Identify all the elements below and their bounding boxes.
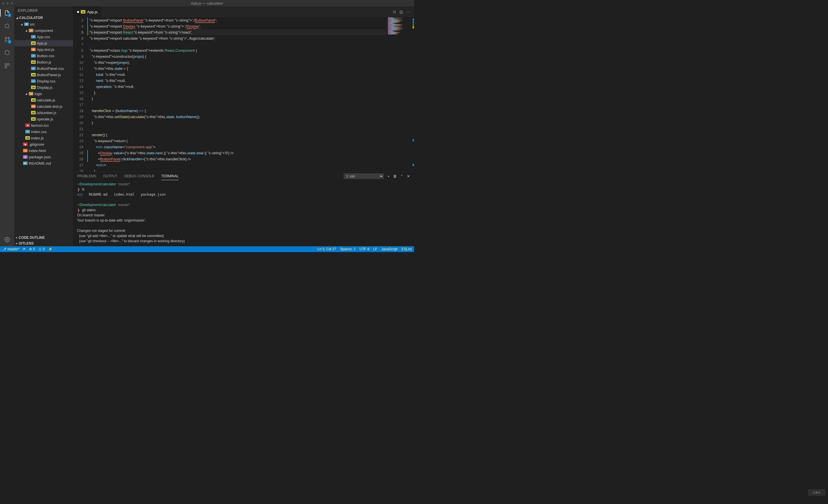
file-label: App.js — [37, 41, 47, 45]
file-item[interactable]: JSindex.js — [14, 135, 73, 141]
file-label: ButtonPanel.js — [37, 73, 61, 77]
close-window-button[interactable] — [2, 2, 4, 4]
status-sync[interactable]: ⟳ — [23, 247, 26, 251]
folder-icon: ▸ — [29, 29, 33, 32]
editor-body[interactable]: 3456789101112131415161718192021222324252… — [73, 17, 414, 172]
status-position[interactable]: Ln 5, Col 27 — [318, 247, 336, 251]
panel-tab-terminal[interactable]: TERMINAL — [161, 172, 179, 180]
file-item[interactable]: #App.css — [14, 34, 73, 40]
panel-tab-output[interactable]: OUTPUT — [103, 172, 117, 180]
folder-item[interactable]: ◢▸component — [14, 27, 73, 34]
sidebar-title: EXPLORER — [14, 6, 73, 15]
folder-item[interactable]: ◢▸logic — [14, 91, 73, 97]
status-eol[interactable]: LF — [373, 247, 377, 251]
settings-activity-icon[interactable] — [3, 236, 11, 243]
file-item[interactable]: JSButtonPanel.js — [14, 72, 73, 78]
extensions-activity-icon[interactable] — [3, 62, 11, 70]
outline-section[interactable]: ▸ CODE OUTLINE — [14, 235, 73, 240]
file-label: calculate.test.js — [37, 104, 63, 108]
split-editor-icon[interactable]: ▥ — [399, 9, 403, 14]
file-item[interactable]: JScalculate.js — [14, 97, 73, 103]
svg-rect-10 — [8, 64, 9, 65]
folder-item[interactable]: ◢⚛src — [14, 21, 73, 27]
file-item[interactable]: JSApp.test.js — [14, 46, 73, 53]
js-icon: JS — [31, 86, 36, 89]
file-item[interactable]: JSApp.js — [14, 40, 73, 46]
explorer-activity-icon[interactable]: 1 — [3, 9, 11, 17]
tab-label: App.js — [87, 10, 97, 14]
file-label: index.css — [31, 130, 47, 134]
file-label: Display.js — [37, 85, 53, 90]
file-item[interactable]: #Button.css — [14, 53, 73, 59]
status-language[interactable]: JavaScript — [381, 247, 398, 251]
file-label: isNumber.js — [37, 110, 56, 115]
gitlens-label: GITLENS — [19, 241, 34, 245]
svg-rect-11 — [5, 66, 7, 68]
file-label: src — [30, 22, 35, 27]
svg-line-1 — [8, 27, 9, 29]
project-header[interactable]: ◢ CALCULATOR — [14, 15, 73, 21]
status-branch[interactable]: ⎇ master* — [2, 247, 19, 251]
file-item[interactable]: ◆.gitignore — [14, 141, 73, 147]
file-item[interactable]: JSDisplay.js — [14, 84, 73, 91]
panel-tab-bar: PROBLEMS OUTPUT DEBUG CONSOLE TERMINAL 1… — [73, 172, 414, 180]
file-item[interactable]: JSisNumber.js — [14, 109, 73, 116]
js-icon: JS — [31, 73, 36, 77]
minimize-window-button[interactable] — [7, 2, 9, 4]
file-item[interactable]: #ButtonPanel.css — [14, 65, 73, 72]
overview-ruler[interactable] — [412, 17, 414, 172]
file-item[interactable]: #Display.css — [14, 78, 73, 84]
svg-line-7 — [5, 51, 6, 51]
status-action[interactable]: ⚡ — [48, 247, 53, 251]
file-tree: ◢⚛src◢▸component#App.cssJSApp.jsJSApp.te… — [14, 21, 73, 167]
status-warnings[interactable]: ⚠ 0 — [39, 247, 45, 251]
tab-app-js[interactable]: JS App.js — [73, 6, 101, 17]
status-spaces[interactable]: Spaces: 2 — [340, 247, 355, 251]
search-activity-icon[interactable] — [3, 22, 11, 30]
code-content[interactable]: "c-keyword">import ButtonPanel "c-keywor… — [87, 17, 386, 172]
panel-tab-problems[interactable]: PROBLEMS — [77, 172, 96, 180]
minimap[interactable] — [386, 17, 412, 172]
more-actions-icon[interactable]: ⋯ — [407, 9, 411, 14]
scm-badge: 1 — [7, 40, 11, 44]
compare-changes-icon[interactable]: ⧉ — [393, 9, 396, 14]
react-icon: ⚛ — [24, 22, 29, 26]
status-eslint[interactable]: ESLint — [402, 247, 412, 251]
css-icon: # — [25, 130, 30, 133]
file-item[interactable]: 5index.html — [14, 147, 73, 154]
js-icon: JS — [31, 111, 36, 114]
sidebar: EXPLORER ◢ CALCULATOR ◢⚛src◢▸component#A… — [14, 6, 73, 246]
window-controls — [2, 2, 13, 4]
maximize-window-button[interactable] — [11, 2, 13, 4]
file-item[interactable]: {}package.json — [14, 154, 73, 160]
status-encoding[interactable]: UTF-8 — [360, 247, 369, 251]
terminal-output[interactable]: ~/Development/calculator master* ❯ ls sr… — [73, 180, 414, 246]
new-terminal-icon[interactable]: + — [387, 174, 389, 178]
panel-tab-debug-console[interactable]: DEBUG CONSOLE — [124, 172, 154, 180]
file-item[interactable]: ★favicon.ico — [14, 122, 73, 129]
file-item[interactable]: #index.css — [14, 129, 73, 135]
js-icon: JS — [25, 136, 30, 140]
line-gutter: 3456789101112131415161718192021222324252… — [73, 17, 87, 172]
css-icon: # — [31, 54, 36, 57]
svg-point-5 — [5, 51, 9, 55]
scm-activity-icon[interactable]: 1 — [3, 36, 11, 43]
close-panel-icon[interactable]: ✕ — [407, 174, 410, 178]
file-label: package.json — [29, 155, 51, 159]
window-title: App.js — calculator — [191, 1, 223, 5]
file-item[interactable]: JSoperate.js — [14, 116, 73, 122]
maximize-panel-icon[interactable]: ⌃ — [400, 174, 403, 178]
js-icon: JS — [31, 60, 36, 64]
status-errors[interactable]: ⊘ 0 — [29, 247, 35, 251]
svg-point-12 — [7, 239, 8, 240]
tab-bar: JS App.js ⧉ ▥ ⋯ — [73, 6, 414, 17]
file-item[interactable]: M↓README.md — [14, 160, 73, 166]
kill-terminal-icon[interactable]: 🗑 — [393, 174, 397, 178]
gitlens-section[interactable]: ▸ GITLENS — [14, 240, 73, 246]
file-item[interactable]: JScalculate.test.js — [14, 103, 73, 109]
status-bar: ⎇ master* ⟳ ⊘ 0 ⚠ 0 ⚡ Ln 5, Col 27 Space… — [0, 246, 414, 252]
file-item[interactable]: JSButton.js — [14, 59, 73, 65]
terminal-select[interactable]: 1: zsh — [343, 173, 384, 179]
debug-activity-icon[interactable] — [3, 49, 11, 56]
js-icon: JS — [31, 98, 36, 102]
